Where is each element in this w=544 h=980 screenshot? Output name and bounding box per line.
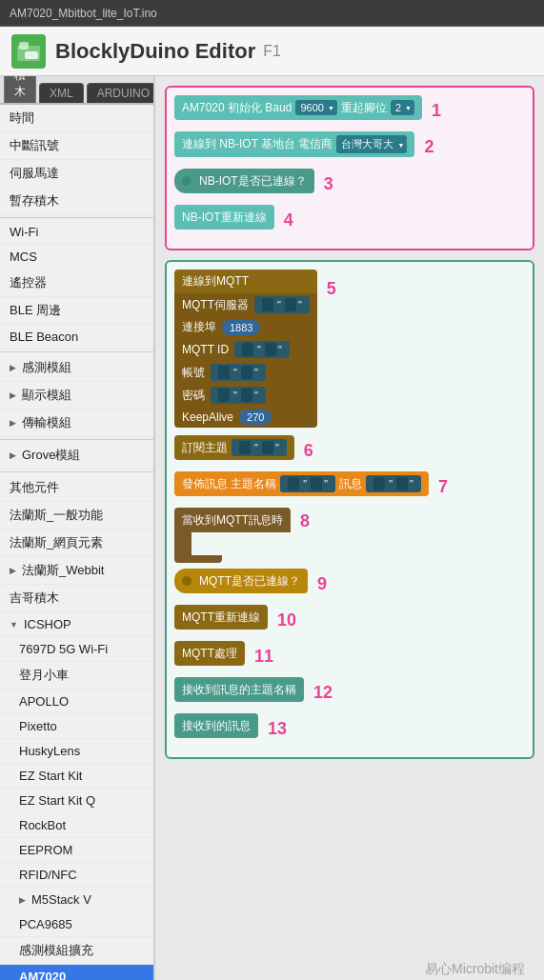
sidebar-item-francs-general[interactable]: 法蘭斯_一般功能 (0, 502, 153, 530)
block-9[interactable]: MQTT是否已連線？ (174, 569, 308, 593)
block-12[interactable]: 接收到訊息的主題名稱 (174, 677, 304, 702)
block-2-label: 連線到 NB-IOT 基地台 電信商 (182, 136, 332, 152)
block-13[interactable]: 接收到的訊息 (174, 713, 258, 738)
block-3[interactable]: NB-IOT是否已連線？ (174, 169, 314, 193)
sidebar-item-francs-webbit[interactable]: 法蘭斯_Webbit (0, 557, 153, 585)
sidebar-item-transmit-module[interactable]: 傳輸模組 (0, 410, 153, 437)
block-7-label: 發佈訊息 主題名稱 (182, 476, 276, 492)
header: BlocklyDuino Editor F1 (0, 27, 544, 76)
sidebar-item-ezstartkit[interactable]: EZ Start Kit (0, 764, 153, 789)
block-8-label: 當收到MQTT訊息時 (182, 512, 283, 529)
block-row-11: MQTT處理 11 (174, 641, 525, 671)
tab-xml[interactable]: XML (39, 83, 84, 103)
sidebar-item-7697d[interactable]: 7697D 5G Wi-Fi (0, 637, 153, 662)
block-7-val2[interactable]: "" (366, 475, 421, 492)
block-8[interactable]: 當收到MQTT訊息時 (174, 508, 291, 563)
block-2[interactable]: 連線到 NB-IOT 基地台 電信商 台灣大哥大 (174, 131, 414, 157)
sidebar-item-other[interactable]: 其他元件 (0, 474, 153, 502)
block-7-val1[interactable]: "" (280, 475, 335, 492)
sidebar-item-interrupt[interactable]: 中斷訊號 (0, 132, 153, 160)
sidebar-item-mcs[interactable]: MCS (0, 245, 153, 270)
sidebar-item-sensor-module[interactable]: 感測模組 (0, 354, 153, 382)
tab-arduino[interactable]: ARDUINO (87, 83, 155, 103)
tab-blocks[interactable]: 積木 (4, 76, 36, 103)
block-row-5: 連線到MQTT MQTT伺服器 "" 連接埠 1883 MQTT ID "" (174, 270, 525, 428)
block-5-title: 連線到MQTT (174, 270, 317, 293)
sidebar-item-pixetto[interactable]: Pixetto (0, 714, 153, 739)
block-12-label: 接收到訊息的主題名稱 (182, 682, 296, 698)
sidebar-item-remote[interactable]: 遙控器 (0, 270, 153, 297)
watermark: 易心Microbit编程 (425, 961, 525, 978)
titlebar: AM7020_Mbitbot_lite_IoT.ino (0, 0, 544, 27)
sidebar-item-wifi[interactable]: Wi-Fi (0, 220, 153, 245)
block-6[interactable]: 訂閱主題 "" (174, 435, 294, 460)
block-1-baud-dropdown[interactable]: 9600 (295, 100, 336, 115)
block-row-4: NB-IOT重新連線 4 (174, 205, 525, 235)
block-5-val-2[interactable]: "" (234, 341, 290, 358)
block-6-val[interactable]: "" (232, 439, 287, 456)
block-5-row-0: MQTT伺服器 "" (174, 293, 317, 316)
sidebar-item-francs-web[interactable]: 法蘭斯_網頁元素 (0, 530, 153, 557)
block-5-label-4: 密碼 (182, 388, 205, 404)
block-9-num: 9 (317, 574, 327, 594)
block-7-msg-label: 訊息 (339, 476, 362, 492)
block-1-reset-dropdown[interactable]: 2 (391, 100, 414, 115)
block-5-num: 5 (327, 279, 336, 299)
sidebar-item-display-module[interactable]: 顯示模組 (0, 382, 153, 410)
block-row-13: 接收到的訊息 13 (174, 713, 525, 744)
block-row-1: AM7020 初始化 Baud 9600 重起腳位 2 1 (174, 95, 525, 126)
sidebar-item-sensor-expand[interactable]: 感測模組擴充 (0, 937, 153, 965)
block-5-row-3: 帳號 "" (174, 361, 317, 384)
sidebar-item-rockbot[interactable]: RockBot (0, 813, 153, 838)
block-row-10: MQTT重新連線 10 (174, 605, 525, 635)
block-5-row-4: 密碼 "" (174, 384, 317, 407)
sidebar-item-huskylens[interactable]: HuskyLens (0, 739, 153, 764)
block-row-8: 當收到MQTT訊息時 8 (174, 508, 525, 563)
titlebar-label: AM7020_Mbitbot_lite_IoT.ino (10, 7, 157, 20)
block-5-val-3[interactable]: "" (211, 364, 266, 381)
block-3-label: NB-IOT是否已連線？ (199, 173, 307, 190)
block-7-num: 7 (438, 477, 448, 497)
sidebar-item-rfid[interactable]: RFID/NFC (0, 863, 153, 888)
block-4-num: 4 (284, 210, 293, 230)
sidebar-item-apollo[interactable]: APOLLO (0, 690, 153, 714)
sidebar-item-m5stack[interactable]: M5Stack V (0, 888, 153, 912)
block-5-val-0[interactable]: "" (254, 296, 310, 313)
block-1-label: AM7020 初始化 Baud (182, 100, 292, 116)
block-5-label-2: MQTT ID (182, 343, 229, 356)
sidebar-item-pca9685[interactable]: PCA9685 (0, 912, 153, 937)
block-5-row-5: KeepAlive 270 (174, 407, 317, 428)
block-1[interactable]: AM7020 初始化 Baud 9600 重起腳位 2 (174, 95, 422, 120)
block-5-val-4[interactable]: "" (211, 387, 266, 404)
header-subtitle: F1 (263, 43, 281, 60)
sidebar-item-servo[interactable]: 伺服馬達 (0, 160, 153, 188)
sidebar-item-time[interactable]: 時間 (0, 105, 153, 132)
block-5[interactable]: 連線到MQTT MQTT伺服器 "" 連接埠 1883 MQTT ID "" (174, 270, 317, 428)
block-10-num: 10 (277, 610, 296, 630)
sidebar-item-grove[interactable]: Grove模組 (0, 442, 153, 470)
block-4-label: NB-IOT重新連線 (182, 210, 267, 226)
sidebar-item-eeprom[interactable]: EEPROM (0, 838, 153, 863)
block-5-val-5[interactable]: 270 (239, 410, 272, 425)
sidebar-item-icshop[interactable]: ICSHOP (0, 612, 153, 637)
sidebar-item-am7020[interactable]: AM7020 (0, 965, 153, 980)
block-5-val-1[interactable]: 1883 (222, 320, 260, 335)
sidebar-item-ble-peripheral[interactable]: BLE 周邊 (0, 297, 153, 325)
block-5-label-3: 帳號 (182, 365, 205, 381)
block-10[interactable]: MQTT重新連線 (174, 605, 268, 630)
block-4[interactable]: NB-IOT重新連線 (174, 205, 274, 230)
sidebar-item-ezstkq[interactable]: EZ Start Kit Q (0, 789, 153, 813)
sidebar-item-temp-blocks[interactable]: 暫存積木 (0, 188, 153, 215)
block-row-12: 接收到訊息的主題名稱 12 (174, 677, 525, 708)
block-12-num: 12 (313, 683, 332, 703)
sidebar: 積木 XML ARDUINO 時間 中斷訊號 伺服馬達 暫存積木 Wi-Fi M… (0, 76, 155, 980)
block-row-2: 連線到 NB-IOT 基地台 電信商 台灣大哥大 2 (174, 131, 525, 163)
block-7[interactable]: 發佈訊息 主題名稱 "" 訊息 "" (174, 471, 429, 496)
sidebar-item-mooncar[interactable]: 登月小車 (0, 662, 153, 690)
block-2-carrier-dropdown[interactable]: 台灣大哥大 (336, 135, 407, 153)
sidebar-item-ble-beacon[interactable]: BLE Beacon (0, 325, 153, 350)
block-1-num: 1 (432, 101, 441, 121)
block-5-label-1: 連接埠 (182, 319, 216, 335)
block-11[interactable]: MQTT處理 (174, 641, 245, 666)
sidebar-item-jigo[interactable]: 吉哥積木 (0, 585, 153, 612)
